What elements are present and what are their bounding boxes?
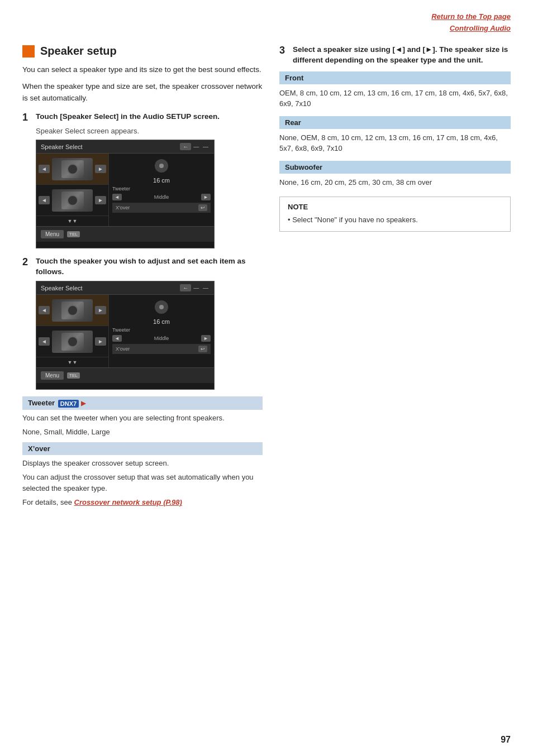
ui-topbar-right-1: ← — — — [180, 143, 210, 150]
orange-block-icon — [22, 45, 35, 58]
ui-middle-label-2: Middle — [154, 336, 169, 341]
ui-middle-left-2[interactable]: ◄ — [112, 335, 122, 342]
ui-middle-controls: ◄ Middle ► — [112, 194, 211, 200]
ui-xover-bar-2: X'over ↩ — [112, 344, 211, 354]
ui-front-left-arrow[interactable]: ◄ — [39, 165, 50, 173]
ui-rear-right-arrow-2[interactable]: ► — [95, 337, 106, 346]
ui-main-area-2: ◄ ► ◄ — [36, 295, 214, 367]
step1-header: 1 Touch [Speaker Select] in the Audio SE… — [22, 112, 263, 124]
speaker-select-ui-1: Speaker Select ← — — ◄ — [36, 140, 215, 248]
front-text: OEM, 8 cm, 10 cm, 12 cm, 13 cm, 16 cm, 1… — [279, 88, 511, 109]
ui-front-speaker-img-2 — [52, 299, 93, 322]
ui-settings-right-2: 16 cm Tweeter ◄ Middle ► X'over ↩ — [109, 295, 214, 367]
subwoofer-header: Subwoofer — [279, 161, 511, 174]
note-text: Select "None" if you have no speakers. — [288, 214, 502, 226]
ui-topbar-2: Speaker Select ← — — — [36, 281, 214, 295]
step3-text: Select a speaker size using [◄] and [►].… — [293, 45, 511, 66]
ui-rear-speaker-img — [52, 189, 93, 212]
xover-header: X’over — [22, 442, 263, 455]
xover-text1: Displays the speaker crossover setup scr… — [22, 458, 263, 469]
ui-tweeter-controls-2: Tweeter — [112, 327, 211, 333]
ui-front-left-arrow-2[interactable]: ◄ — [39, 306, 50, 314]
page-number: 97 — [501, 735, 511, 745]
ui-sub-row[interactable]: ▼▼ — [36, 216, 108, 226]
ui-back-icon-2[interactable]: ← — [180, 284, 191, 291]
speaker-select-ui-2: Speaker Select ← — — ◄ — [36, 281, 215, 390]
ui-front-speaker-img — [52, 158, 93, 180]
left-column: Speaker setup You can select a speaker t… — [22, 45, 263, 511]
ui-tweeter-label: Tweeter — [112, 186, 130, 192]
ui-rear-right-arrow[interactable]: ► — [95, 196, 106, 204]
ui-front-speaker-row[interactable]: ◄ ► — [36, 154, 108, 185]
ui-middle-right[interactable]: ► — [201, 194, 211, 200]
ui-bottom-bar-1: Menu TEL — [36, 226, 214, 242]
xover-text3: For details, see Crossover network setup… — [22, 497, 263, 508]
ui-dots-2: — — — [193, 285, 210, 291]
ui-center-icon — [155, 159, 168, 173]
ui-middle-left[interactable]: ◄ — [112, 194, 122, 200]
step1-subtext: Speaker Select screen appears. — [36, 127, 263, 135]
subwoofer-text: None, 16 cm, 20 cm, 25 cm, 30 cm, 38 cm … — [279, 177, 511, 188]
ui-front-right-arrow[interactable]: ► — [95, 165, 106, 173]
step2-number: 2 — [22, 256, 31, 269]
ui-tweeter-controls: Tweeter — [112, 186, 211, 192]
ui-front-right-arrow-2[interactable]: ► — [95, 306, 106, 314]
return-top-link[interactable]: Return to the Top page — [431, 11, 511, 23]
step2-header: 2 Touch the speaker you wish to adjust a… — [22, 256, 263, 277]
step3-header: 3 Select a speaker size using [◄] and [►… — [279, 45, 511, 66]
controlling-audio-link[interactable]: Controlling Audio — [431, 23, 511, 35]
step1-text: Touch [Speaker Select] in the Audio SETU… — [36, 112, 220, 122]
ui-rear-speaker-row-2[interactable]: ◄ ► — [36, 326, 108, 357]
top-links: Return to the Top page Controlling Audio — [431, 11, 511, 35]
front-header: Front — [279, 71, 511, 84]
ui-rear-left-arrow[interactable]: ◄ — [39, 196, 50, 204]
ui-back-icon-1[interactable]: ← — [180, 143, 191, 150]
ui-main-area-1: ◄ ► ◄ — [36, 154, 214, 226]
ui-xover-label-2: X'over — [116, 346, 130, 352]
rear-text: None, OEM, 8 cm, 10 cm, 12 cm, 13 cm, 16… — [279, 132, 511, 154]
ui-middle-right-2[interactable]: ► — [201, 335, 211, 342]
ui-topbar-right-2: ← — — — [180, 284, 210, 291]
play-icon: ▶ — [81, 400, 85, 406]
ui-topbar-label-2: Speaker Select — [41, 285, 83, 291]
rear-header: Rear — [279, 116, 511, 129]
ui-speakers-left-1: ◄ ► ◄ — [36, 154, 109, 226]
ui-rear-speaker-row[interactable]: ◄ ► — [36, 185, 108, 216]
ui-front-speaker-row-2[interactable]: ◄ ► — [36, 295, 108, 326]
page-title: Speaker setup — [40, 45, 117, 58]
tweeter-text1: You can set the tweeter when you are sel… — [22, 413, 263, 424]
ui-bottom-bar-2: Menu TEL — [36, 367, 214, 383]
ui-xover-label-1: X'over — [116, 205, 130, 210]
dnx-badge: DNX7 — [58, 400, 79, 408]
xover-text2: You can adjust the crossover setup that … — [22, 472, 263, 494]
ui-xover-bar-1: X'over ↩ — [112, 203, 211, 213]
right-column: 3 Select a speaker size using [◄] and [►… — [279, 45, 511, 511]
ui-menu-btn-2[interactable]: Menu — [41, 371, 64, 380]
ui-topbar-label-1: Speaker Select — [41, 143, 83, 150]
ui-size-label-2: 16 cm — [112, 318, 211, 325]
ui-xover-back-1[interactable]: ↩ — [198, 204, 207, 211]
intro-para2: When the speaker type and size are set, … — [22, 81, 263, 104]
ui-size-label-1: 16 cm — [112, 177, 211, 184]
intro-para1: You can select a speaker type and its si… — [22, 64, 263, 75]
xover-link[interactable]: Crossover network setup (P.98) — [74, 498, 182, 506]
tweeter-header-label: Tweeter — [28, 399, 55, 407]
ui-middle-controls-2: ◄ Middle ► — [112, 335, 211, 342]
ui-sub-row-2[interactable]: ▼▼ — [36, 357, 108, 367]
ui-middle-label: Middle — [154, 194, 169, 200]
step3-number: 3 — [279, 45, 288, 57]
ui-rear-speaker-img-2 — [52, 331, 93, 353]
section-title-row: Speaker setup — [22, 45, 263, 58]
xover-header-label: X’over — [28, 444, 50, 453]
ui-settings-right-1: 16 cm Tweeter ◄ Middle ► X'over ↩ — [109, 154, 214, 226]
ui-xover-back-2[interactable]: ↩ — [198, 346, 207, 352]
ui-tel-badge-2: TEL — [67, 372, 80, 379]
ui-tel-badge-1: TEL — [67, 231, 80, 237]
xover-text3-prefix: For details, see — [22, 498, 74, 506]
ui-tweeter-label-2: Tweeter — [112, 327, 130, 333]
tweeter-header: Tweeter DNX7 ▶ — [22, 396, 263, 410]
ui-rear-left-arrow-2[interactable]: ◄ — [39, 337, 50, 346]
ui-menu-btn-1[interactable]: Menu — [41, 230, 64, 238]
ui-topbar-1: Speaker Select ← — — — [36, 140, 214, 154]
note-title: NOTE — [288, 203, 502, 211]
